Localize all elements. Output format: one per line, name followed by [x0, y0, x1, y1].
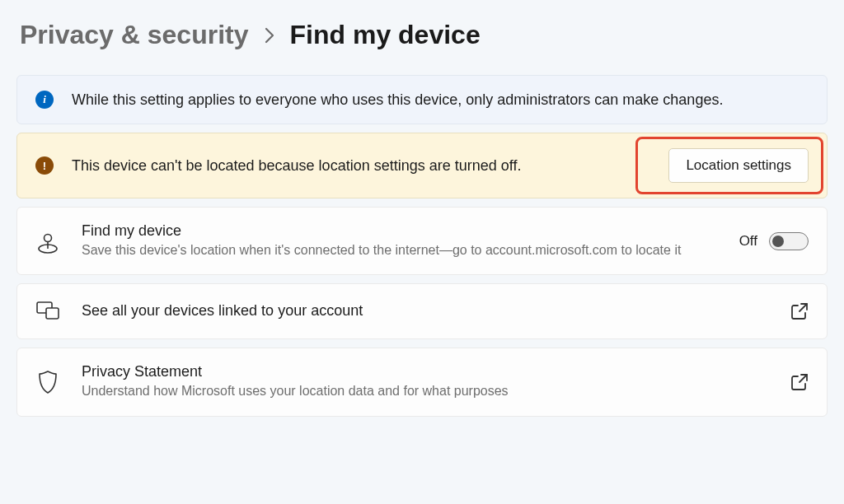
info-banner: i While this setting applies to everyone… — [16, 75, 828, 124]
devices-icon — [35, 299, 60, 324]
warning-banner: ! This device can't be located because l… — [16, 133, 828, 198]
breadcrumb-parent[interactable]: Privacy & security — [20, 20, 249, 50]
card-subtitle: Understand how Microsoft uses your locat… — [82, 382, 790, 400]
location-settings-button[interactable]: Location settings — [668, 148, 809, 183]
chevron-right-icon — [264, 27, 275, 44]
breadcrumb-current: Find my device — [290, 20, 481, 50]
shield-icon — [35, 370, 60, 394]
toggle-knob — [772, 236, 784, 247]
card-subtitle: Save this device's location when it's co… — [82, 241, 739, 259]
find-my-device-card: Find my device Save this device's locati… — [16, 207, 828, 275]
location-pin-icon — [35, 229, 60, 254]
card-body: Privacy Statement Understand how Microso… — [82, 363, 790, 400]
toggle-wrap: Off — [739, 232, 809, 250]
card-title: See all your devices linked to your acco… — [82, 302, 790, 320]
privacy-statement-card[interactable]: Privacy Statement Understand how Microso… — [16, 348, 828, 416]
card-title: Find my device — [82, 222, 739, 240]
external-link-icon — [790, 302, 809, 320]
svg-point-1 — [45, 234, 52, 241]
svg-line-5 — [799, 304, 807, 311]
card-title: Privacy Statement — [82, 363, 790, 380]
linked-devices-card[interactable]: See all your devices linked to your acco… — [16, 283, 828, 339]
svg-rect-4 — [46, 308, 59, 319]
external-link-icon — [790, 373, 809, 391]
info-icon: i — [35, 91, 54, 109]
card-body: See all your devices linked to your acco… — [82, 302, 790, 321]
toggle-state-label: Off — [739, 233, 757, 250]
breadcrumb: Privacy & security Find my device — [16, 20, 828, 50]
info-banner-text: While this setting applies to everyone w… — [72, 91, 809, 109]
svg-line-6 — [799, 375, 807, 382]
warning-banner-text: This device can't be located because loc… — [72, 157, 668, 175]
find-my-device-toggle[interactable] — [769, 232, 809, 250]
warning-icon: ! — [35, 156, 54, 175]
card-body: Find my device Save this device's locati… — [82, 222, 739, 259]
